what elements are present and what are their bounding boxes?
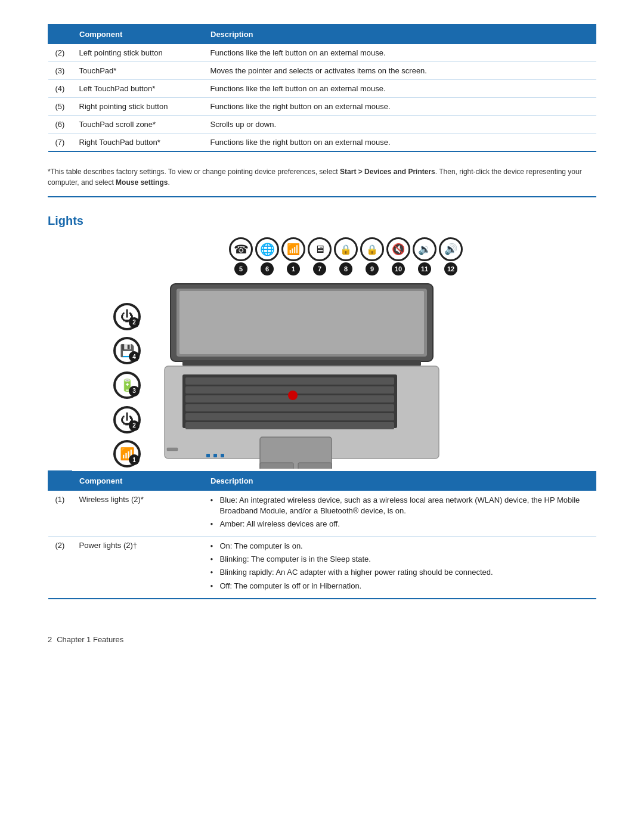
svg-rect-10 xyxy=(185,413,394,420)
cell-description: Functions like the left button on an ext… xyxy=(203,44,596,62)
icon-globe: 🌐 xyxy=(255,237,279,261)
svg-rect-17 xyxy=(213,454,217,457)
laptop-diagram: ☎ 🌐 📶 🖥 🔒 🔒 🔇 xyxy=(48,237,596,470)
icon-capslock: 🔒 xyxy=(334,237,358,261)
side-icon-battery: 🔋 3 xyxy=(113,371,141,399)
cell-component: Left TouchPad button* xyxy=(72,80,203,98)
badge-12: 12 xyxy=(444,262,457,275)
table-row: (3) TouchPad* Moves the pointer and sele… xyxy=(48,62,596,80)
footer-page-num: 2 xyxy=(48,635,52,644)
badge-5: 5 xyxy=(234,262,247,275)
lights-col-description-header: Description xyxy=(203,471,596,490)
svg-rect-19 xyxy=(167,448,178,451)
svg-rect-11 xyxy=(185,422,394,429)
bullet-item: Off: The computer is off or in Hibernati… xyxy=(210,581,589,592)
svg-rect-16 xyxy=(206,454,210,457)
col-num-header xyxy=(48,24,72,44)
side-icon-power-bottom: ⏻ 2 xyxy=(113,406,141,433)
badge-1: 1 xyxy=(287,262,300,275)
cell-description: Scrolls up or down. xyxy=(203,116,596,134)
svg-rect-9 xyxy=(185,404,394,411)
cell-component: Wireless lights (2)* xyxy=(72,490,203,537)
icon-wifi: ☎ xyxy=(229,237,253,261)
badge-7: 7 xyxy=(313,262,326,275)
badge-6: 6 xyxy=(261,262,274,275)
cell-component: Left pointing stick button xyxy=(72,44,203,62)
badge-9: 9 xyxy=(366,262,379,275)
cell-component: Power lights (2)† xyxy=(72,537,203,599)
cell-component: TouchPad* xyxy=(72,62,203,80)
cell-num: (4) xyxy=(48,80,72,98)
table-footnote: *This table describes factory settings. … xyxy=(48,166,596,197)
page-footer: 2 Chapter 1 Features xyxy=(48,635,596,644)
icon-mute: 🔇 xyxy=(386,237,410,261)
side-icon-power-top: ⏻ 2 xyxy=(113,303,141,330)
cell-component: Right TouchPad button* xyxy=(72,134,203,152)
badge-11: 11 xyxy=(418,262,431,275)
cell-num: (2) xyxy=(48,44,72,62)
svg-rect-2 xyxy=(179,291,424,354)
laptop-image xyxy=(147,278,531,470)
table-row: (7) Right TouchPad button* Functions lik… xyxy=(48,134,596,152)
cell-num: (5) xyxy=(48,98,72,116)
cell-component: Right pointing stick button xyxy=(72,98,203,116)
icon-vol-up: 🔊 xyxy=(439,237,463,261)
icon-wireless: 📶 xyxy=(281,237,305,261)
table-row: (2) Left pointing stick button Functions… xyxy=(48,44,596,62)
cell-description: On: The computer is on.Blinking: The com… xyxy=(203,537,596,599)
svg-rect-14 xyxy=(298,463,332,469)
cell-description: Moves the pointer and selects or activat… xyxy=(203,62,596,80)
cell-num: (3) xyxy=(48,62,72,80)
cell-description: Functions like the left button on an ext… xyxy=(203,80,596,98)
bullet-item: Blinking rapidly: An AC adapter with a h… xyxy=(210,567,589,578)
table-row: (4) Left TouchPad button* Functions like… xyxy=(48,80,596,98)
bullet-item: On: The computer is on. xyxy=(210,541,589,552)
svg-rect-6 xyxy=(185,377,394,385)
cell-description: Functions like the right button on an ex… xyxy=(203,134,596,152)
bullet-item: Blue: An integrated wireless device, suc… xyxy=(210,495,589,516)
cell-description: Blue: An integrated wireless device, suc… xyxy=(203,490,596,537)
table-row: (1) Wireless lights (2)* Blue: An integr… xyxy=(48,490,596,537)
bullet-item: Blinking: The computer is in the Sleep s… xyxy=(210,554,589,565)
svg-rect-13 xyxy=(260,463,293,469)
lights-col-num-header xyxy=(48,471,72,490)
lights-table: Component Description (1) Wireless light… xyxy=(48,470,596,599)
cell-num: (2) xyxy=(48,537,72,599)
col-description-header: Description xyxy=(203,24,596,44)
svg-rect-18 xyxy=(221,454,224,457)
col-component-header: Component xyxy=(72,24,203,44)
badge-10: 10 xyxy=(392,262,405,275)
cell-num: (7) xyxy=(48,134,72,152)
cell-num: (6) xyxy=(48,116,72,134)
side-icon-hdd: 💾 4 xyxy=(113,337,141,364)
bullet-item: Amber: All wireless devices are off. xyxy=(210,519,589,529)
svg-rect-3 xyxy=(182,360,421,366)
table-row: (5) Right pointing stick button Function… xyxy=(48,98,596,116)
table-row: (2) Power lights (2)† On: The computer i… xyxy=(48,537,596,599)
component-table: Component Description (2) Left pointing … xyxy=(48,24,596,152)
footer-chapter: Chapter 1 Features xyxy=(57,635,123,644)
cell-component: TouchPad scroll zone* xyxy=(72,116,203,134)
icon-numlock: 🔒 xyxy=(360,237,384,261)
badge-8: 8 xyxy=(339,262,352,275)
side-icon-wireless: 📶 1 xyxy=(113,440,141,467)
svg-point-15 xyxy=(288,391,298,400)
lights-col-component-header: Component xyxy=(72,471,203,490)
cell-num: (1) xyxy=(48,490,72,537)
section-title-lights: Lights xyxy=(48,214,596,228)
icon-vol-down: 🔉 xyxy=(413,237,436,261)
icon-display: 🖥 xyxy=(308,237,332,261)
table-row: (6) TouchPad scroll zone* Scrolls up or … xyxy=(48,116,596,134)
cell-description: Functions like the right button on an ex… xyxy=(203,98,596,116)
